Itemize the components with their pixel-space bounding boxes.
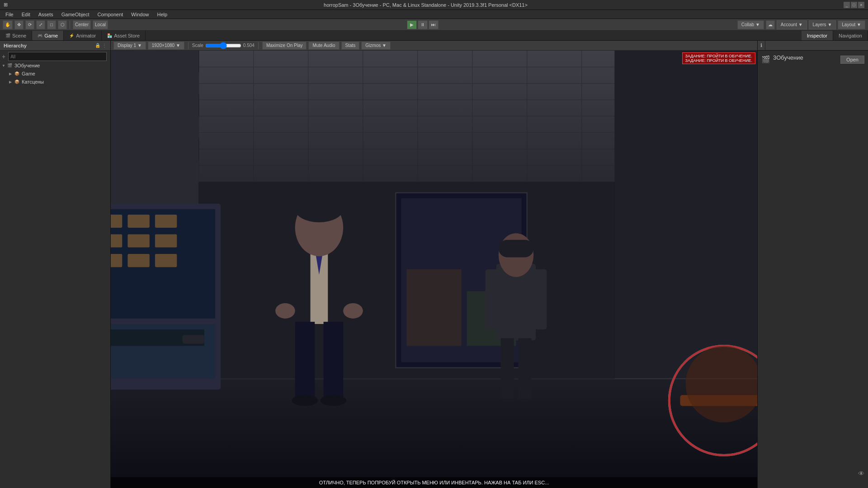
hierarchy-header: Hierarchy 🔒 ⋮ (0, 41, 110, 51)
hierarchy-lock-icon[interactable]: 🔒 (95, 43, 100, 48)
game-toolbar: Display 1 ▼ 868×488 ▼ Scale 0.504 Maxi… (111, 41, 757, 51)
tab-asset-store[interactable]: 🏪 Asset Store (102, 31, 146, 40)
tree-label-root: 3Обучение (14, 63, 40, 68)
resolution-selector[interactable]: 868×488 ▼ (148, 42, 184, 50)
toolbar-scale-tool[interactable]: ⤢ (36, 20, 45, 29)
gizmos-btn[interactable]: Gizmos ▼ (361, 42, 391, 50)
play-button[interactable]: ▶ (407, 20, 417, 29)
tree-arrow-katsceny: ▶ (9, 80, 14, 84)
stats-btn[interactable]: Stats (341, 42, 360, 50)
step-button[interactable]: ⏭ (429, 20, 439, 29)
game-viewport: ЗАДАНИЕ: ПРОЙТИ В ОБУЧЕНИЕ. ЗАДАНИЕ: ПРО… (111, 51, 757, 488)
hud-line1: ЗАДАНИЕ: ПРОЙТИ В ОБУЧЕНИЕ. (685, 54, 752, 58)
maximize-on-play-btn[interactable]: Maximize On Play (262, 42, 307, 50)
scene-icon: 🎬 (7, 63, 14, 68)
tab-inspector[interactable]: Inspector (802, 31, 833, 40)
scene-tab-label: Scene (12, 33, 26, 38)
hud-line2: ЗАДАНИЕ: ПРОЙТИ В ОБУЧЕНИЕ. (685, 58, 752, 63)
tree-label-game: Game (22, 71, 35, 76)
cloud-button[interactable]: ☁ (766, 20, 775, 29)
game-tab-icon: 🎮 (38, 33, 42, 38)
tab-game[interactable]: 🎮 Game (32, 31, 64, 40)
game-tab-label: Game (44, 33, 58, 38)
inspector-content: 🎬 3Обучение Open (758, 51, 868, 488)
hierarchy-tree: + ▼ 🎬 3Обучение ▶ 📦 Game ▶ 📦 Катсцены (0, 51, 110, 488)
main-layout: Hierarchy 🔒 ⋮ + ▼ 🎬 3Обучение ▶ 📦 Game (0, 41, 868, 488)
hierarchy-add-icon[interactable]: + (2, 53, 5, 60)
menu-assets[interactable]: Assets (35, 11, 57, 18)
tree-item-scene-root[interactable]: ▼ 🎬 3Обучение (0, 61, 110, 70)
menubar: File Edit Assets GameObject Component Wi… (0, 10, 868, 19)
subtitle-text: ОТЛИЧНО, ТЕПЕРЬ ПОПРОБУЙ ОТКРЫТЬ МЕНЮ ИЛ… (319, 480, 549, 485)
toolbar-hand-tool[interactable]: ✋ (3, 20, 13, 29)
menu-help[interactable]: Help (153, 11, 171, 18)
inspector-icon: ℹ (760, 42, 762, 48)
svg-rect-73 (111, 51, 757, 488)
account-button[interactable]: Account ▼ (777, 20, 807, 29)
game-obj-icon: 📦 (14, 71, 21, 76)
toolbar-transform-tool[interactable]: ⬡ (58, 20, 67, 29)
toolbar-local-btn[interactable]: Local (93, 20, 108, 29)
tree-item-game[interactable]: ▶ 📦 Game (0, 70, 110, 78)
katsceny-icon: 📦 (14, 80, 21, 84)
tab-navigation[interactable]: Navigation (833, 31, 868, 40)
minimize-button[interactable]: _ (844, 2, 850, 8)
right-tab-inspector-icon: ℹ (758, 41, 765, 50)
pause-button[interactable]: ⏸ (418, 20, 428, 29)
inspector-tab-label: Inspector (807, 33, 827, 38)
layout-button[interactable]: Layout ▼ (838, 20, 865, 29)
toolbar-right: Collab ▼ ☁ Account ▼ Layers ▼ Layout ▼ (737, 20, 865, 29)
titlebar-left: ⊞ (4, 2, 8, 8)
toolbar-rect-tool[interactable]: □ (47, 20, 56, 29)
scale-slider[interactable] (205, 42, 241, 49)
top-tabs-bar: 🎬 Scene 🎮 Game ⚡ Animator 🏪 Asset Store … (0, 31, 868, 41)
right-inspector-panel: ℹ 🎬 3Обучение Open (757, 41, 868, 488)
open-button[interactable]: Open (840, 56, 864, 64)
scale-value: 0.504 (243, 43, 255, 48)
tree-arrow-game: ▶ (9, 72, 14, 76)
game-tb-sep2 (258, 42, 259, 49)
tab-animator[interactable]: ⚡ Animator (64, 31, 102, 40)
play-controls: ▶ ⏸ ⏭ (407, 20, 439, 29)
asset-store-tab-label: Asset Store (114, 33, 140, 38)
hierarchy-panel: Hierarchy 🔒 ⋮ + ▼ 🎬 3Обучение ▶ 📦 Game (0, 41, 111, 488)
asset-visibility-icon[interactable]: 👁 (858, 470, 864, 477)
tree-item-katsceny[interactable]: ▶ 📦 Катсцены (0, 78, 110, 86)
toolbar-sep-1 (70, 21, 70, 29)
game-tb-sep (188, 42, 189, 49)
unity-logo-icon: ⊞ (4, 2, 8, 8)
titlebar-title: horrорSam - 3Обучение - PC, Mac & Linux … (324, 2, 528, 8)
scene-tab-icon: 🎬 (5, 33, 10, 38)
right-tabs: ℹ (758, 41, 868, 51)
tab-scene[interactable]: 🎬 Scene (0, 31, 32, 40)
close-button[interactable]: × (858, 2, 864, 8)
menu-window[interactable]: Window (127, 11, 152, 18)
collab-button[interactable]: Collab ▼ (737, 20, 764, 29)
toolbar-move-tool[interactable]: ✥ (14, 20, 24, 29)
hud-top-right: ЗАДАНИЕ: ПРОЙТИ В ОБУЧЕНИЕ. ЗАДАНИЕ: ПРО… (682, 52, 755, 64)
menu-gameobject[interactable]: GameObject (58, 11, 93, 18)
tree-label-katsceny: Катсцены (22, 79, 44, 84)
subtitle-bar: ОТЛИЧНО, ТЕПЕРЬ ПОПРОБУЙ ОТКРЫТЬ МЕНЮ ИЛ… (111, 477, 757, 488)
menu-file[interactable]: File (2, 11, 17, 18)
inspector-object-name: 3Обучение (773, 54, 803, 61)
asset-store-tab-icon: 🏪 (107, 33, 112, 38)
titlebar: ⊞ horrорSam - 3Обучение - PC, Mac & Linu… (0, 0, 868, 10)
hierarchy-search-input[interactable] (8, 52, 107, 61)
toolbar-rotate-tool[interactable]: ⟳ (25, 20, 34, 29)
display-selector[interactable]: Display 1 ▼ (113, 42, 146, 50)
menu-component[interactable]: Component (94, 11, 127, 18)
scene-svg (111, 51, 757, 488)
hierarchy-controls: 🔒 ⋮ (95, 43, 107, 48)
animator-tab-icon: ⚡ (69, 33, 74, 38)
game-scene: ЗАДАНИЕ: ПРОЙТИ В ОБУЧЕНИЕ. ЗАДАНИЕ: ПРО… (111, 51, 757, 488)
hierarchy-title: Hierarchy (4, 43, 27, 48)
layers-button[interactable]: Layers ▼ (809, 20, 836, 29)
maximize-button[interactable]: □ (851, 2, 857, 8)
navigation-tab-label: Navigation (839, 33, 862, 38)
toolbar-center-btn[interactable]: Center (73, 20, 91, 29)
hierarchy-menu-icon[interactable]: ⋮ (102, 43, 107, 48)
menu-edit[interactable]: Edit (18, 11, 34, 18)
titlebar-controls[interactable]: _ □ × (844, 2, 864, 8)
mute-audio-btn[interactable]: Mute Audio (308, 42, 339, 50)
